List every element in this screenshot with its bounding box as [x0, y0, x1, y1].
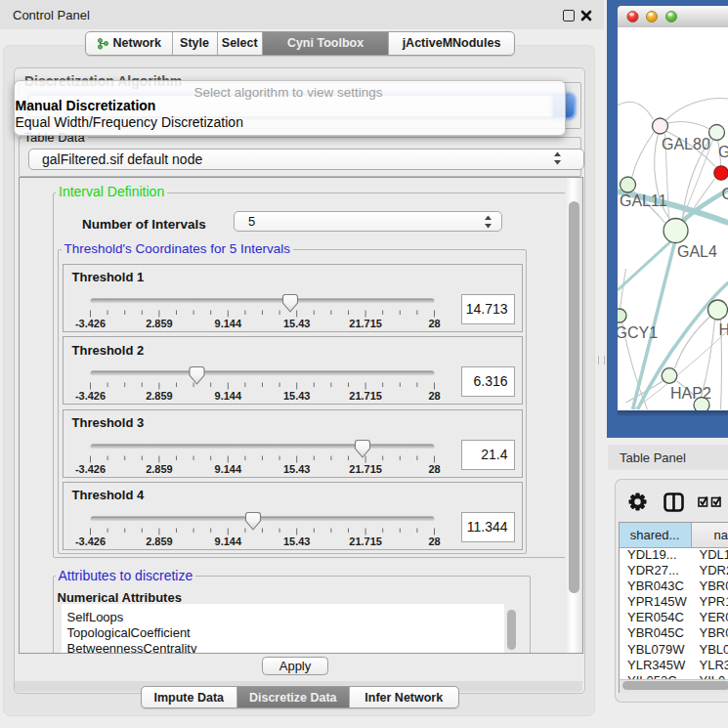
- svg-text:21.715: 21.715: [349, 390, 382, 402]
- svg-text:-3.426: -3.426: [74, 390, 105, 402]
- svg-text:-3.426: -3.426: [74, 535, 105, 546]
- svg-text:28: 28: [428, 317, 440, 328]
- svg-text:GA: GA: [718, 144, 728, 160]
- svg-text:9.144: 9.144: [214, 390, 241, 402]
- svg-text:GAL80: GAL80: [662, 136, 710, 152]
- svg-text:15.43: 15.43: [282, 462, 310, 474]
- svg-text:9.144: 9.144: [214, 317, 241, 328]
- svg-text:15.43: 15.43: [282, 317, 310, 328]
- svg-text:2.859: 2.859: [146, 462, 173, 474]
- svg-text:GAL4: GAL4: [677, 243, 717, 260]
- svg-text:GAL11: GAL11: [620, 193, 667, 209]
- svg-text:15.43: 15.43: [282, 390, 310, 402]
- svg-text:9.144: 9.144: [214, 462, 241, 474]
- svg-text:-3.426: -3.426: [74, 317, 105, 328]
- svg-text:GCY1: GCY1: [618, 324, 658, 341]
- svg-text:21.715: 21.715: [349, 462, 382, 474]
- svg-text:28: 28: [428, 535, 440, 546]
- svg-text:15.43: 15.43: [282, 535, 310, 546]
- svg-text:9.144: 9.144: [214, 535, 241, 546]
- svg-text:28: 28: [428, 462, 440, 474]
- svg-text:2.859: 2.859: [146, 317, 173, 328]
- svg-text:2.859: 2.859: [146, 535, 173, 546]
- svg-text:2.859: 2.859: [146, 390, 173, 402]
- svg-text:C: C: [721, 186, 728, 202]
- svg-text:21.715: 21.715: [349, 535, 382, 546]
- svg-text:28: 28: [428, 390, 440, 402]
- svg-text:HAP2: HAP2: [670, 385, 711, 402]
- svg-text:-3.426: -3.426: [74, 462, 105, 474]
- svg-text:21.715: 21.715: [349, 317, 382, 328]
- svg-text:H: H: [718, 321, 728, 338]
